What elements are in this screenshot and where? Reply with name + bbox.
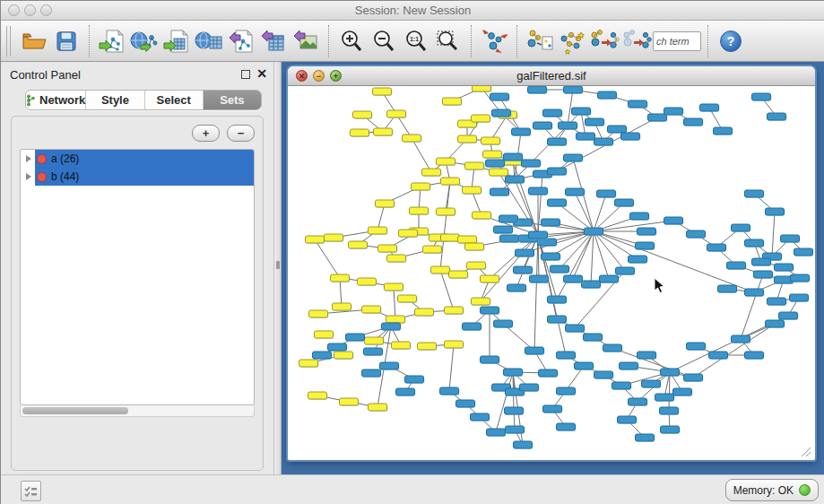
graph-node[interactable] xyxy=(440,387,459,395)
graph-node[interactable] xyxy=(557,387,576,395)
graph-node[interactable] xyxy=(548,199,567,206)
graph-node[interactable] xyxy=(732,335,750,343)
zoom-actual-size-button[interactable]: 1:1 xyxy=(400,24,432,58)
graph-node[interactable] xyxy=(745,289,764,296)
graph-node[interactable] xyxy=(548,316,567,323)
graph-node[interactable] xyxy=(636,242,655,249)
graph-node[interactable] xyxy=(629,100,647,108)
graph-node[interactable] xyxy=(500,235,519,242)
graph-node[interactable] xyxy=(594,138,613,145)
graph-node[interactable] xyxy=(443,98,462,105)
search-input[interactable] xyxy=(653,31,701,51)
graph-node[interactable] xyxy=(745,352,764,359)
graph-edge[interactable] xyxy=(440,181,450,270)
graph-node[interactable] xyxy=(441,234,460,241)
graph-node[interactable] xyxy=(575,362,594,369)
graph-edge[interactable] xyxy=(693,324,775,378)
graph-node[interactable] xyxy=(648,114,667,121)
graph-edge[interactable] xyxy=(534,235,538,351)
graph-node[interactable] xyxy=(490,188,509,196)
graph-node[interactable] xyxy=(380,362,399,369)
graph-node[interactable] xyxy=(437,208,455,215)
graph-node[interactable] xyxy=(431,266,450,274)
graph-node[interactable] xyxy=(638,228,656,235)
graph-node[interactable] xyxy=(564,86,583,93)
graph-node[interactable] xyxy=(313,352,332,359)
toolbar-drag-handle[interactable] xyxy=(6,26,11,56)
show-all-nodes-edges-button[interactable] xyxy=(588,24,620,58)
graph-node[interactable] xyxy=(353,111,372,118)
graph-node[interactable] xyxy=(378,245,397,252)
graph-node[interactable] xyxy=(471,413,490,421)
graph-node[interactable] xyxy=(398,295,417,302)
graph-node[interactable] xyxy=(418,343,437,350)
apply-preferred-layout-button[interactable] xyxy=(478,24,510,58)
graph-node[interactable] xyxy=(437,158,455,165)
graph-node[interactable] xyxy=(465,243,484,250)
graph-node[interactable] xyxy=(473,86,491,91)
graph-node[interactable] xyxy=(543,109,562,117)
tab-sets[interactable]: Sets xyxy=(204,91,261,109)
graph-node[interactable] xyxy=(664,217,683,224)
network-frame[interactable]: ✕ − + galFiltered.sif xyxy=(288,66,815,460)
new-network-from-selection-button[interactable] xyxy=(524,24,556,58)
graph-node[interactable] xyxy=(487,429,506,436)
graph-node[interactable] xyxy=(504,369,523,376)
graph-node[interactable] xyxy=(481,356,499,363)
graph-node[interactable] xyxy=(766,208,785,215)
graph-node[interactable] xyxy=(505,407,524,414)
graph-node[interactable] xyxy=(577,133,595,140)
graph-node[interactable] xyxy=(423,246,442,253)
graph-node[interactable] xyxy=(374,128,393,135)
graph-node[interactable] xyxy=(309,310,328,317)
graph-node[interactable] xyxy=(525,347,544,354)
open-session-button[interactable] xyxy=(18,24,50,58)
graph-node[interactable] xyxy=(684,118,703,126)
graph-node[interactable] xyxy=(636,434,655,441)
import-network-web-button[interactable] xyxy=(128,24,160,58)
graph-node[interactable] xyxy=(638,352,656,359)
graph-node[interactable] xyxy=(334,352,353,359)
graph-edge[interactable] xyxy=(772,212,775,256)
graph-node[interactable] xyxy=(655,394,674,401)
graph-node[interactable] xyxy=(520,384,539,391)
graph-node[interactable] xyxy=(507,284,526,291)
graph-node[interactable] xyxy=(529,187,548,195)
graph-edge[interactable] xyxy=(446,181,450,212)
graph-node[interactable] xyxy=(494,320,513,327)
graph-node[interactable] xyxy=(387,255,406,262)
export-network-button[interactable] xyxy=(225,24,257,58)
graph-node[interactable] xyxy=(481,307,499,314)
graph-node[interactable] xyxy=(700,104,719,111)
graph-edge[interactable] xyxy=(669,372,670,411)
graph-node[interactable] xyxy=(660,407,679,414)
graph-node[interactable] xyxy=(752,258,771,265)
graph-node[interactable] xyxy=(775,264,794,271)
graph-node[interactable] xyxy=(369,227,387,234)
graph-edge[interactable] xyxy=(394,287,395,319)
graph-node[interactable] xyxy=(449,271,468,278)
graph-node[interactable] xyxy=(709,352,728,359)
graph-node[interactable] xyxy=(481,275,499,282)
set-row-b[interactable]: b (44) xyxy=(21,168,254,186)
graph-node[interactable] xyxy=(618,416,637,423)
graph-node[interactable] xyxy=(768,298,786,305)
graph-node[interactable] xyxy=(456,400,475,407)
graph-node[interactable] xyxy=(369,404,387,411)
graph-node[interactable] xyxy=(499,215,518,222)
graph-node[interactable] xyxy=(766,320,785,327)
graph-node[interactable] xyxy=(529,231,548,239)
graph-edge[interactable] xyxy=(594,231,609,279)
graph-node[interactable] xyxy=(458,236,477,243)
frame-titlebar[interactable]: ✕ − + galFiltered.sif xyxy=(288,66,815,86)
expander-icon[interactable] xyxy=(26,173,31,180)
scrollbar-thumb[interactable] xyxy=(22,407,128,414)
graph-node[interactable] xyxy=(603,344,622,352)
close-panel-icon[interactable]: ✕ xyxy=(256,66,267,81)
graph-edge[interactable] xyxy=(573,231,594,279)
graph-node[interactable] xyxy=(530,275,549,282)
graph-node[interactable] xyxy=(494,226,513,233)
remove-set-button[interactable]: − xyxy=(227,125,255,142)
graph-node[interactable] xyxy=(559,122,577,129)
graph-node[interactable] xyxy=(325,234,343,241)
